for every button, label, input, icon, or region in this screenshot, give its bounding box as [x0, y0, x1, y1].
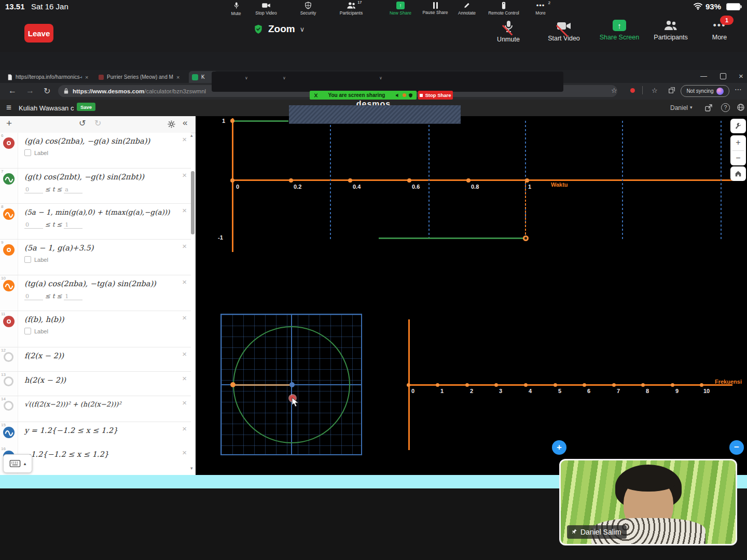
window-minimize-icon[interactable]: — — [700, 72, 707, 80]
scroll-down-icon[interactable]: ▾ — [190, 466, 193, 471]
expression-math[interactable]: f(2(x − 2)) — [24, 352, 186, 360]
delete-expression-icon[interactable]: × — [182, 398, 187, 407]
graph-title[interactable]: Kuliah Wawasan c — [19, 104, 74, 112]
unmute-button[interactable]: Unmute — [480, 20, 537, 43]
domain-min-input[interactable]: 0 — [24, 221, 43, 229]
expression-row[interactable]: 12 f(2(x − 2)) × — [0, 347, 191, 372]
expression-math[interactable]: (f(b), h(b)) — [24, 315, 186, 324]
freq-point[interactable] — [465, 383, 469, 387]
expression-math[interactable]: (g(t) cos(2πbt), −g(t) sin(2πbt)) — [24, 173, 186, 181]
more-button[interactable]: ••• More 1 — [691, 20, 747, 41]
zoom-in-button[interactable]: + — [730, 135, 746, 150]
graph-settings-gear-icon[interactable] — [167, 120, 176, 129]
mute-options-chevron[interactable]: ∨ — [245, 76, 248, 80]
stop-video-button[interactable]: Stop Video — [244, 2, 288, 16]
scroll-up-icon[interactable]: ▴ — [190, 133, 193, 138]
window-restore-icon[interactable] — [720, 73, 726, 79]
save-button[interactable]: Save — [77, 103, 95, 111]
participant-video-tile[interactable]: Daniel Salim — [559, 459, 737, 545]
expression-math[interactable]: −1.2{−1.2 ≤ x ≤ 1.2} — [24, 450, 186, 458]
help-icon[interactable]: ? — [721, 103, 730, 112]
freq-point[interactable] — [524, 383, 528, 387]
redo-icon[interactable]: ↻ — [94, 118, 101, 128]
curve-style-icon[interactable] — [3, 173, 15, 185]
collapse-panel-icon[interactable]: « — [183, 118, 187, 128]
freq-point[interactable] — [583, 383, 586, 387]
domain-max-input[interactable]: 1 — [64, 221, 82, 229]
freq-point[interactable] — [407, 383, 410, 387]
expression-row[interactable]: 11 (f(b), h(b)) Label × — [0, 311, 191, 347]
expression-row[interactable]: 9 (5a − 1, g(a)+3.5) Label × — [0, 240, 191, 275]
circle-center-point[interactable] — [289, 382, 295, 387]
scrollbar-thumb[interactable] — [191, 171, 195, 234]
point-1-neg1[interactable] — [523, 235, 529, 241]
video-zoom-out-button[interactable]: − — [729, 440, 744, 455]
expression-row[interactable]: 7 (g(t) cos(2πbt), −g(t) sin(2πbt)) 0 ≤ … — [0, 169, 191, 204]
zoom-out-button[interactable]: − — [730, 151, 746, 166]
expression-row[interactable]: 13 h(2(x − 2)) × — [0, 372, 191, 396]
security-button[interactable]: Security — [286, 2, 330, 16]
label-checkbox[interactable] — [24, 149, 31, 156]
delete-expression-icon[interactable]: × — [182, 424, 187, 433]
language-globe-icon[interactable] — [737, 103, 745, 111]
favorites-icon[interactable]: ☆ — [652, 87, 658, 94]
domain-max-input[interactable]: 1 — [64, 293, 82, 300]
expression-row[interactable]: 14 √((f(2(x−2)))² + (h(2(x−2)))² × — [0, 396, 191, 422]
more-options-button[interactable]: ••• 2 More — [518, 2, 563, 16]
start-video-button[interactable]: Start Video — [535, 20, 592, 42]
profile-sync-button[interactable]: Not syncing — [681, 85, 729, 97]
freq-point[interactable] — [436, 383, 439, 387]
hidden-style-icon[interactable] — [4, 401, 13, 411]
hamburger-menu-icon[interactable]: ≡ — [6, 103, 11, 113]
collections-icon[interactable] — [668, 87, 675, 94]
account-name[interactable]: Daniel — [670, 104, 688, 111]
participants-panel-button[interactable]: 17 Participants — [329, 2, 374, 16]
expression-math[interactable]: (g(a) cos(2πba), −g(a) sin(2πba)) — [24, 137, 186, 145]
expression-math[interactable]: (5a − 1, min(g(a),0) + t(max(g(a),−g(a))… — [24, 208, 186, 216]
curve-style-icon[interactable] — [3, 280, 15, 291]
reload-icon[interactable]: ↻ — [44, 86, 50, 96]
curve-style-icon[interactable] — [3, 208, 15, 220]
domain-min-input[interactable]: 0 — [24, 186, 43, 193]
freq-point[interactable] — [554, 383, 557, 387]
recording-extension-icon[interactable] — [630, 88, 635, 93]
back-icon[interactable]: ← — [8, 86, 17, 95]
forward-icon[interactable]: → — [26, 86, 34, 95]
share-graph-icon[interactable] — [704, 104, 713, 112]
curve-style-icon[interactable] — [3, 427, 15, 438]
window-close-icon[interactable]: × — [739, 72, 743, 80]
undo-icon[interactable]: ↺ — [79, 118, 86, 128]
bookmark-star-icon[interactable]: ☆ — [611, 87, 617, 94]
freq-point[interactable] — [641, 383, 645, 387]
circle-edge-point[interactable] — [230, 382, 236, 387]
expression-row[interactable]: 6 (g(a) cos(2πba), −g(a) sin(2πba)) Labe… — [0, 133, 191, 169]
meeting-title-group[interactable]: Zoom ∨ — [253, 23, 305, 35]
expression-math[interactable]: y = 1.2{−1.2 ≤ x ≤ 1.2} — [24, 426, 186, 435]
delete-expression-icon[interactable]: × — [182, 171, 187, 179]
delete-expression-icon[interactable]: × — [182, 277, 187, 286]
expression-math[interactable]: (tg(a) cos(2πba), −tg(a) sin(2πba)) — [24, 279, 186, 288]
freq-point[interactable] — [700, 383, 703, 387]
delete-expression-icon[interactable]: × — [182, 313, 187, 322]
freq-point[interactable] — [671, 383, 674, 387]
home-button[interactable] — [730, 166, 746, 181]
delete-expression-icon[interactable]: × — [182, 448, 187, 457]
expression-row[interactable]: 15 y = 1.2{−1.2 ≤ x ≤ 1.2} × — [0, 422, 191, 446]
close-tab-icon[interactable]: × — [85, 74, 88, 80]
close-tab-icon[interactable]: × — [176, 74, 179, 80]
expression-math[interactable]: √((f(2(x−2)))² + (h(2(x−2)))² — [24, 400, 186, 408]
hidden-style-icon[interactable] — [4, 376, 13, 386]
browser-tab-2[interactable]: Purrier Series (Meow) and Makin × — [95, 71, 192, 83]
delete-expression-icon[interactable]: × — [182, 242, 187, 250]
video-zoom-in-button[interactable]: + — [552, 440, 566, 455]
freq-point[interactable] — [494, 383, 498, 387]
browser-tab-1[interactable]: https//teropa.info/harmonics-e × — [4, 71, 99, 83]
delete-expression-icon[interactable]: × — [182, 135, 187, 144]
graph-settings-wrench-button[interactable] — [730, 119, 746, 133]
delete-expression-icon[interactable]: × — [182, 374, 187, 383]
freq-point[interactable] — [612, 383, 616, 387]
browser-menu-icon[interactable]: ⋯ — [735, 85, 742, 93]
domain-min-input[interactable]: 0 — [24, 293, 43, 300]
hidden-style-icon[interactable] — [4, 352, 13, 362]
expression-row[interactable]: 10 (tg(a) cos(2πba), −tg(a) sin(2πba)) 0… — [0, 275, 191, 311]
